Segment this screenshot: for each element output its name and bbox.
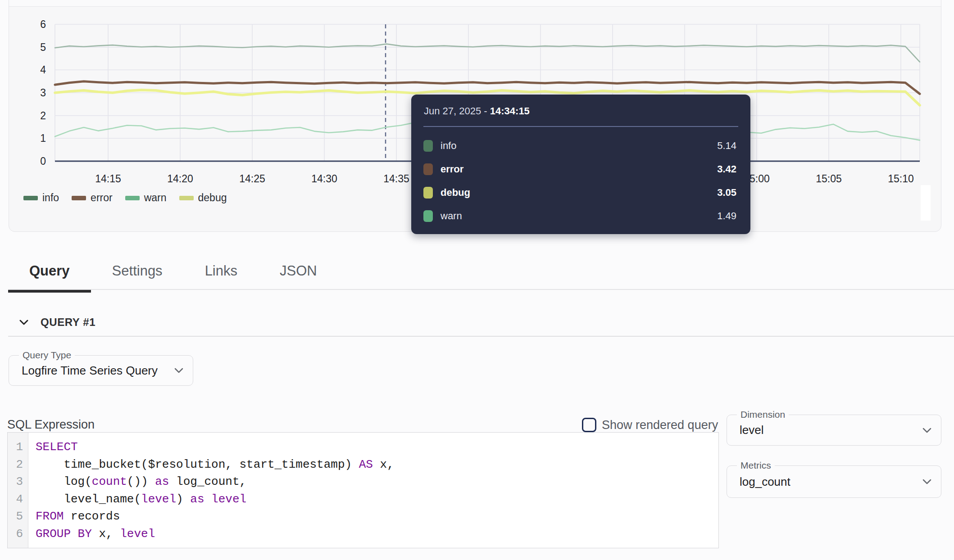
sql-editor-code[interactable]: SELECT time_bucket($resolution, start_ti… xyxy=(28,433,718,548)
dimension-value: level xyxy=(740,415,763,445)
y-tick-label: 4 xyxy=(19,64,46,76)
sql-code-line[interactable]: time_bucket($resolution, start_timestamp… xyxy=(36,456,718,474)
metric-explorer-page: 0123456 14:1514:2014:2514:3014:3514:4014… xyxy=(0,0,954,560)
metrics-select[interactable]: Metrics log_count xyxy=(727,465,941,498)
sql-code-line[interactable]: log(count()) as log_count, xyxy=(36,473,718,491)
query-type-value: Logfire Time Series Query xyxy=(22,356,158,385)
legend-item-error[interactable]: error xyxy=(72,192,113,204)
show-rendered-query-control: Show rendered query xyxy=(582,418,718,432)
sql-keyword: FROM xyxy=(36,510,64,523)
y-tick-label: 0 xyxy=(19,155,46,167)
tab-query[interactable]: Query xyxy=(8,252,91,290)
x-tick-label: 14:30 xyxy=(300,173,349,185)
tooltip-swatch-icon xyxy=(423,187,433,199)
tooltip-series-name: info xyxy=(441,140,456,152)
sql-text: x, xyxy=(92,527,120,541)
series-line-info[interactable] xyxy=(55,44,920,62)
tooltip-date: Jun 27, 2025 - xyxy=(424,105,490,117)
legend-swatch-icon xyxy=(179,196,194,200)
tooltip-series-value: 5.14 xyxy=(717,140,736,152)
line-number: 3 xyxy=(8,473,28,491)
tab-json[interactable]: JSON xyxy=(259,252,338,290)
sql-text: records xyxy=(64,510,120,523)
sql-keyword: SELECT xyxy=(36,440,78,454)
x-tick-label: 15:05 xyxy=(804,173,854,185)
legend-label: error xyxy=(91,192,113,204)
sql-code-line[interactable]: SELECT xyxy=(36,438,718,456)
sql-text xyxy=(204,492,212,506)
legend-label: warn xyxy=(144,192,167,204)
sql-keyword: GROUP BY xyxy=(36,527,92,541)
query-type-select[interactable]: Query Type Logfire Time Series Query xyxy=(9,355,193,386)
tooltip-swatch-icon xyxy=(423,140,433,152)
sql-keyword: count xyxy=(92,475,127,488)
sql-text: log( xyxy=(36,475,92,488)
sql-editor-gutter: 123456 xyxy=(8,433,28,548)
legend-swatch-icon xyxy=(125,196,140,200)
sql-keyword: level xyxy=(211,492,246,506)
chevron-down-icon xyxy=(922,427,932,434)
sql-keyword: as xyxy=(190,492,204,506)
panel-tabs: QuerySettingsLinksJSON xyxy=(8,252,338,290)
sql-expression-label: SQL Expression xyxy=(7,418,95,432)
legend-item-debug[interactable]: debug xyxy=(179,192,227,204)
query-1-section-header[interactable]: QUERY #1 xyxy=(19,314,95,330)
chevron-down-icon xyxy=(922,479,932,485)
line-number: 6 xyxy=(8,525,28,543)
chevron-down-icon xyxy=(174,367,184,374)
y-tick-label: 3 xyxy=(19,87,46,99)
legend-swatch-icon xyxy=(72,196,86,200)
sql-keyword: AS xyxy=(359,458,373,471)
show-rendered-query-checkbox[interactable] xyxy=(582,418,596,432)
legend-swatch-icon xyxy=(23,196,38,200)
y-tick-label: 1 xyxy=(19,132,46,144)
line-number: 5 xyxy=(8,508,28,525)
tooltip-row-error: error3.42 xyxy=(411,158,750,181)
section-divider xyxy=(8,336,954,337)
metrics-value: log_count xyxy=(740,466,790,497)
sql-keyword: as xyxy=(155,475,169,488)
line-number: 1 xyxy=(8,438,28,456)
legend-item-warn[interactable]: warn xyxy=(125,192,167,204)
chevron-down-icon[interactable] xyxy=(19,319,29,326)
sql-text: x, xyxy=(373,458,394,471)
tooltip-timestamp: Jun 27, 2025 - 14:34:15 xyxy=(424,105,530,117)
line-number: 4 xyxy=(8,491,28,508)
legend-item-info[interactable]: info xyxy=(23,192,59,204)
x-tick-label: 15:10 xyxy=(876,173,926,185)
sql-text: log_count, xyxy=(169,475,246,488)
tooltip-series-values: info5.14error3.42debug3.05warn1.49 xyxy=(411,134,750,228)
sql-text: ()) xyxy=(127,475,155,488)
x-tick-label: 14:15 xyxy=(83,173,133,185)
legend-label: info xyxy=(42,192,59,204)
tooltip-row-info: info5.14 xyxy=(411,134,750,158)
sql-editor[interactable]: 123456 SELECT time_bucket($resolution, s… xyxy=(7,432,719,548)
sql-text: level_name( xyxy=(36,492,141,506)
tooltip-series-value: 1.49 xyxy=(717,210,736,222)
tooltip-series-value: 3.42 xyxy=(717,163,736,175)
x-tick-label: 14:25 xyxy=(227,173,277,185)
legend-label: debug xyxy=(198,192,227,204)
sql-keyword: level xyxy=(141,492,176,506)
dimension-select[interactable]: Dimension level xyxy=(727,415,941,446)
tab-settings[interactable]: Settings xyxy=(91,252,184,290)
y-tick-label: 5 xyxy=(19,41,46,53)
chart-tooltip: Jun 27, 2025 - 14:34:15 info5.14error3.4… xyxy=(411,95,750,234)
y-tick-label: 6 xyxy=(19,18,46,30)
tooltip-series-name: warn xyxy=(441,210,462,222)
tab-links[interactable]: Links xyxy=(184,252,259,290)
tooltip-time: 14:34:15 xyxy=(490,105,530,117)
sql-code-line[interactable]: GROUP BY x, level xyxy=(36,525,718,543)
tooltip-swatch-icon xyxy=(423,163,433,175)
y-tick-label: 2 xyxy=(19,110,46,122)
sql-text: time_bucket($resolution, start_timestamp… xyxy=(36,458,359,471)
sql-code-line[interactable]: level_name(level) as level xyxy=(36,491,718,508)
tooltip-series-name: debug xyxy=(441,187,470,199)
chart-scrollbar[interactable] xyxy=(921,185,931,221)
query-section-title: QUERY #1 xyxy=(41,316,95,329)
tooltip-row-debug: debug3.05 xyxy=(411,181,750,204)
show-rendered-query-label: Show rendered query xyxy=(602,418,718,432)
tooltip-series-value: 3.05 xyxy=(717,187,736,199)
tabs-underline-rule xyxy=(8,289,954,290)
sql-code-line[interactable]: FROM records xyxy=(36,508,718,525)
